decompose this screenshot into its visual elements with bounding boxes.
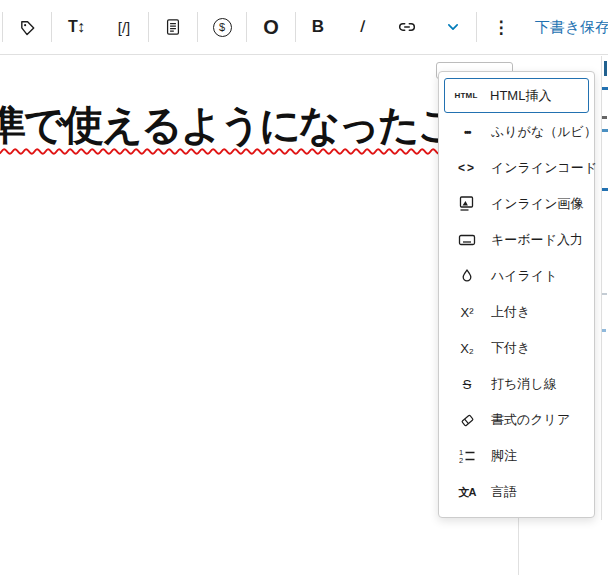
menu-item-label: HTML挿入 [490, 87, 551, 105]
menu-item-strikethrough[interactable]: S 打ち消し線 [439, 366, 594, 402]
circle-o-button[interactable]: O [247, 3, 295, 51]
shortcode-button[interactable]: [/] [100, 3, 148, 51]
menu-item-label: 言語 [491, 483, 517, 501]
menu-item-label: 上付き [491, 303, 530, 321]
link-button[interactable] [384, 3, 430, 51]
formatting-toolbar: T↕ [/] $ O B I [0, 0, 608, 55]
menu-item-keyboard-input[interactable]: キーボード入力 [439, 222, 594, 258]
bold-button[interactable]: B [296, 3, 340, 51]
inline-code-icon: <> [455, 161, 479, 175]
menu-item-furigana-ruby[interactable]: ••• ふりがな（ルビ） [439, 114, 594, 150]
translate-icon: 文A [455, 485, 479, 500]
ruby-dots-icon: ••• [455, 127, 479, 138]
menu-item-label: 脚注 [491, 447, 517, 465]
sidebar-divider [601, 56, 602, 520]
menu-item-language[interactable]: 文A 言語 [439, 474, 594, 510]
menu-item-footnote[interactable]: 1 2 脚注 [439, 438, 594, 474]
dollar-button[interactable]: $ [198, 3, 246, 51]
menu-item-inline-image[interactable]: インライン画像 [439, 186, 594, 222]
sidebar-fragment [602, 293, 607, 295]
inline-image-icon [455, 195, 479, 213]
sidebar-fragment [602, 329, 606, 332]
menu-item-label: インライン画像 [491, 195, 584, 213]
menu-item-subscript[interactable]: X₂ 下付き [439, 330, 594, 366]
menu-item-label: 打ち消し線 [491, 375, 557, 393]
menu-item-label: キーボード入力 [491, 231, 583, 249]
sidebar-fragment [602, 87, 608, 90]
document-icon [163, 17, 183, 37]
menu-item-clear-format[interactable]: 書式のクリア [439, 402, 594, 438]
editor-screen: T↕ [/] $ O B I [0, 0, 608, 575]
paragraph-text[interactable]: 準で使えるようになったこ [0, 101, 457, 150]
sidebar-fragment [602, 188, 608, 191]
droplet-icon [455, 268, 479, 285]
subscript-icon: X₂ [455, 341, 479, 356]
menu-item-inline-code[interactable]: <> インラインコード [439, 150, 594, 186]
format-menu: HTML HTML挿入 ••• ふりがな（ルビ） <> インラインコード インラ… [438, 71, 595, 518]
menu-item-superscript[interactable]: X² 上付き [439, 294, 594, 330]
menu-item-label: 下付き [491, 339, 530, 357]
menu-item-label: ハイライト [491, 267, 558, 285]
document-button[interactable] [149, 3, 197, 51]
link-icon [396, 16, 418, 38]
html-icon: HTML [454, 91, 478, 100]
dollar-circle-icon: $ [213, 18, 232, 37]
shortcode-icon: [/] [118, 19, 131, 36]
tag-button[interactable] [3, 3, 51, 51]
italic-button[interactable]: I [340, 3, 384, 51]
circle-o-icon: O [263, 16, 279, 39]
svg-text:2: 2 [459, 456, 463, 464]
tag-icon [17, 17, 38, 38]
menu-item-label: インラインコード [491, 159, 597, 177]
bold-icon: B [312, 17, 324, 37]
options-button[interactable]: ⋮ [477, 3, 525, 51]
chevron-down-icon [443, 17, 463, 37]
sidebar-fragment [602, 116, 607, 119]
font-size-icon: T↕ [68, 18, 84, 36]
superscript-icon: X² [455, 305, 479, 320]
sidebar-fragment [602, 129, 608, 132]
column-divider [518, 518, 519, 575]
font-size-button[interactable]: T↕ [52, 3, 100, 51]
strikethrough-icon: S [455, 377, 479, 392]
more-formats-button[interactable] [430, 3, 476, 51]
menu-item-highlight[interactable]: ハイライト [439, 258, 594, 294]
save-draft-button[interactable]: 下書き保存 [535, 18, 608, 37]
sidebar-fragment [604, 61, 607, 76]
footnote-icon: 1 2 [455, 448, 479, 464]
kebab-menu-icon: ⋮ [493, 19, 510, 36]
keyboard-icon [455, 231, 479, 249]
eraser-icon [455, 412, 479, 429]
menu-item-label: ふりがな（ルビ） [491, 123, 597, 141]
menu-item-html-insert[interactable]: HTML HTML挿入 [444, 78, 589, 113]
menu-item-label: 書式のクリア [491, 411, 570, 429]
italic-icon: I [359, 17, 366, 37]
